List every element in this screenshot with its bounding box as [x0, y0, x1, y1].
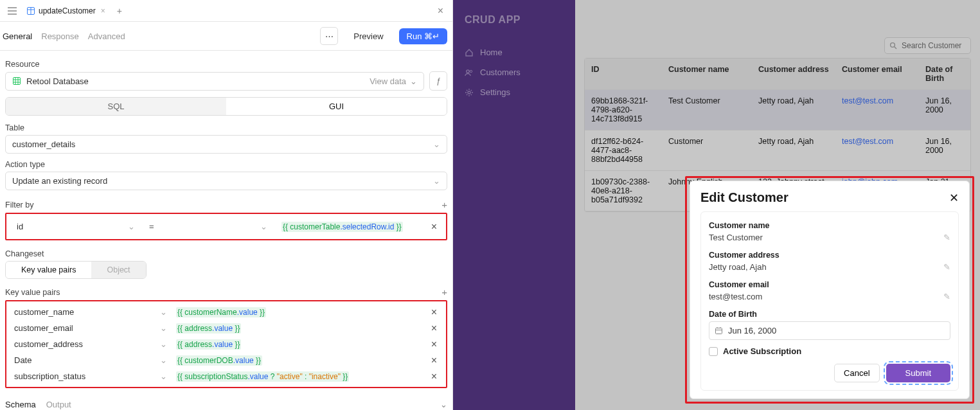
close-panel-icon[interactable]: ×: [434, 4, 447, 18]
fx-button[interactable]: ƒ: [429, 71, 447, 91]
table-icon: [27, 7, 35, 15]
changeset-kv-option[interactable]: Key value pairs: [6, 262, 91, 278]
editor-toolbar: General Response Advanced ⋯ Preview Run …: [0, 22, 452, 51]
calendar-icon: [715, 326, 723, 335]
add-tab-button[interactable]: +: [113, 4, 126, 17]
subtab-advanced[interactable]: Advanced: [88, 30, 125, 42]
remove-kv-icon[interactable]: ×: [427, 371, 441, 382]
remove-kv-icon[interactable]: ×: [427, 355, 441, 366]
changeset-label: Changeset: [5, 249, 447, 258]
kv-value-input[interactable]: {{ customerName.value }}: [174, 307, 423, 318]
gear-icon: [465, 88, 474, 97]
run-button[interactable]: Run ⌘↵: [399, 28, 447, 44]
pencil-icon[interactable]: ✎: [943, 262, 950, 272]
kv-value-input[interactable]: {{ address.value }}: [174, 339, 423, 350]
kv-value-input[interactable]: {{ customerDOB.value }}: [174, 355, 423, 366]
kv-key-select[interactable]: customer_name⌄: [12, 306, 170, 318]
input-name[interactable]: Test Customer✎: [709, 230, 950, 247]
kv-row: customer_email⌄ {{ address.value }} ×: [9, 320, 443, 336]
input-addr[interactable]: Jetty road, Ajah✎: [709, 260, 950, 276]
nav-home[interactable]: Home: [459, 44, 569, 61]
kvs-highlight-box: customer_name⌄ {{ customerName.value }} …: [5, 300, 447, 388]
database-icon: [12, 76, 21, 85]
remove-kv-icon[interactable]: ×: [427, 323, 441, 334]
mode-gui[interactable]: GUI: [226, 98, 447, 115]
input-email[interactable]: test@test.com✎: [709, 289, 950, 306]
table-row[interactable]: df12ff62-b624-4477-aac8-88bf2bd44958 Cus…: [585, 130, 970, 171]
subtab-general[interactable]: General: [3, 30, 32, 42]
filter-column-select[interactable]: id⌄: [12, 219, 140, 234]
nav-customers[interactable]: Customers: [459, 64, 569, 81]
kv-row: Date⌄ {{ customerDOB.value }} ×: [9, 352, 443, 368]
checkbox-icon[interactable]: [709, 347, 718, 356]
kv-key-select[interactable]: customer_address⌄: [12, 338, 170, 350]
label-dob: Date of Birth: [709, 310, 950, 319]
home-icon: [465, 48, 474, 57]
filter-highlight-box: id⌄ =⌄ {{ customerTable.selectedRow.id }…: [5, 213, 447, 240]
kv-row: customer_name⌄ {{ customerName.value }} …: [9, 304, 443, 320]
chevron-down-icon: ⌄: [410, 76, 417, 86]
hamburger-icon[interactable]: [5, 6, 19, 16]
kv-key-select[interactable]: Date⌄: [12, 354, 170, 366]
changeset-toggle: Key value pairs Object: [5, 261, 147, 279]
users-icon: [465, 68, 474, 77]
kv-key-select[interactable]: subscription_status⌄: [12, 370, 170, 382]
output-tab[interactable]: Output: [46, 400, 71, 409]
customer-search: [884, 37, 971, 54]
filter-value-input[interactable]: {{ customerTable.selectedRow.id }}: [276, 220, 423, 234]
table-select[interactable]: customer_details⌄: [5, 135, 447, 154]
app-sidebar: CRUD APP Home Customers Settings: [453, 0, 575, 410]
col-id[interactable]: ID: [585, 58, 662, 90]
kv-value-input[interactable]: {{ address.value }}: [174, 323, 423, 334]
chevron-down-icon: ⌄: [433, 139, 440, 149]
pencil-icon[interactable]: ✎: [943, 292, 950, 301]
preview-button[interactable]: Preview: [347, 28, 389, 44]
add-kv-button[interactable]: +: [441, 287, 447, 298]
remove-kv-icon[interactable]: ×: [427, 307, 441, 318]
chevron-down-icon: ⌄: [160, 355, 167, 365]
changeset-object-option[interactable]: Object: [91, 262, 145, 278]
action-label: Action type: [5, 160, 447, 169]
modal-close-icon[interactable]: ✕: [949, 191, 959, 205]
kv-key-select[interactable]: customer_email⌄: [12, 322, 170, 334]
col-email[interactable]: Customer email: [835, 58, 919, 90]
subtab-response[interactable]: Response: [41, 30, 79, 42]
collapse-schema-icon[interactable]: ⌄: [440, 400, 447, 409]
modal-highlight-box: Edit Customer ✕ Customer name Test Custo…: [685, 176, 974, 404]
input-dob[interactable]: Jun 16, 2000: [709, 321, 950, 340]
submit-button[interactable]: Submit: [886, 364, 950, 382]
remove-filter-icon[interactable]: ×: [427, 221, 441, 233]
pencil-icon[interactable]: ✎: [943, 233, 950, 242]
table-label: Table: [5, 123, 447, 132]
nav-settings[interactable]: Settings: [459, 84, 569, 101]
col-name[interactable]: Customer name: [662, 58, 752, 90]
mode-toggle: SQL GUI: [5, 97, 447, 116]
view-data-link[interactable]: View data ⌄: [370, 76, 417, 86]
tab-close-icon[interactable]: ×: [101, 6, 105, 15]
more-options-button[interactable]: ⋯: [320, 27, 338, 45]
kv-value-input[interactable]: {{ subscriptionStatus.value ? "active" :…: [174, 371, 423, 382]
kvs-label: Key value pairs +: [5, 287, 447, 298]
cancel-button[interactable]: Cancel: [834, 364, 879, 382]
active-subscription-row[interactable]: Active Subscription: [709, 346, 950, 356]
app-nav: Home Customers Settings: [453, 40, 575, 105]
mode-sql[interactable]: SQL: [6, 98, 226, 115]
query-editor-pane: updateCustomer × + × General Response Ad…: [0, 0, 453, 410]
table-header: ID Customer name Customer address Custom…: [585, 58, 970, 90]
chevron-down-icon: ⌄: [160, 307, 167, 317]
resource-select[interactable]: Retool Database View data ⌄: [5, 72, 424, 91]
svg-point-5: [468, 91, 470, 94]
app-preview-pane: CRUD APP Home Customers Settings ID C: [453, 0, 980, 410]
tab-updatecustomer[interactable]: updateCustomer ×: [22, 4, 111, 18]
table-row[interactable]: 69bb1868-321f-4798-a620-14c713f8d915 Tes…: [585, 90, 970, 130]
editor-tabs: updateCustomer × + ×: [0, 0, 452, 22]
schema-tab[interactable]: Schema: [5, 400, 36, 409]
col-addr[interactable]: Customer address: [752, 58, 835, 90]
add-filter-button[interactable]: +: [441, 199, 447, 210]
resource-label: Resource: [5, 60, 447, 69]
filter-operator-select[interactable]: =⌄: [144, 219, 272, 234]
col-dob[interactable]: Date of Birth: [919, 58, 970, 90]
customer-search-input[interactable]: [884, 37, 971, 54]
remove-kv-icon[interactable]: ×: [427, 339, 441, 350]
action-select[interactable]: Update an existing record⌄: [5, 172, 447, 190]
